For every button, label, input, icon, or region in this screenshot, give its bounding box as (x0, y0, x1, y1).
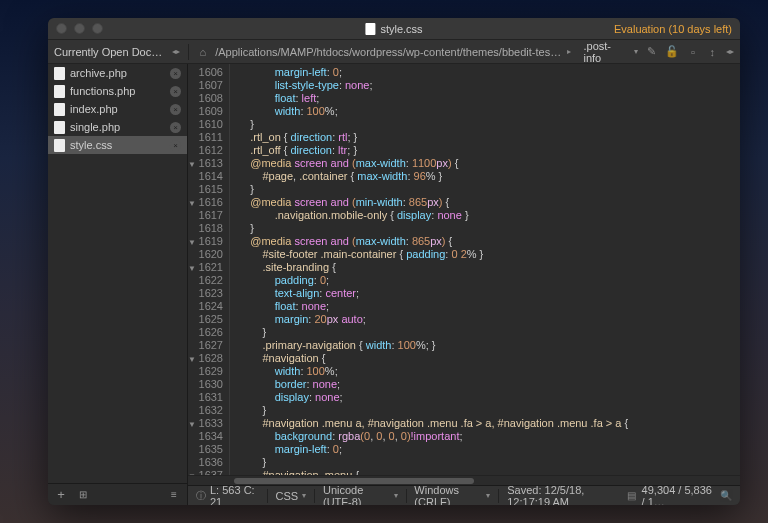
code-area[interactable]: 16061607160816091610161116121613▼1614161… (188, 64, 740, 475)
line-number[interactable]: 1621▼ (190, 261, 223, 274)
code-line[interactable]: #site-footer .main-container { padding: … (238, 248, 740, 261)
line-number[interactable]: 1632 (190, 404, 223, 417)
code-line[interactable]: } (238, 404, 740, 417)
code-line[interactable]: .navigation.mobile-only { display: none … (238, 209, 740, 222)
docs-dropdown-icon[interactable]: ◂▸ (172, 47, 180, 56)
line-number[interactable]: 1626 (190, 326, 223, 339)
line-number[interactable]: 1631 (190, 391, 223, 404)
code-line[interactable]: } (238, 118, 740, 131)
home-icon[interactable]: ⌂ (196, 45, 209, 59)
code-line[interactable]: border: none; (238, 378, 740, 391)
cursor-position[interactable]: L: 563 C: 21 (210, 484, 259, 506)
unlock-icon[interactable]: 🔓 (665, 45, 679, 59)
line-number[interactable]: 1616▼ (190, 196, 223, 209)
code-line[interactable]: text-align: center; (238, 287, 740, 300)
symbol-dropdown-icon[interactable]: ▾ (634, 47, 638, 56)
code-line[interactable]: float: left; (238, 92, 740, 105)
sidebar-item-archive-php[interactable]: archive.php× (48, 64, 187, 82)
code-line[interactable]: .site-branding { (238, 261, 740, 274)
line-number[interactable]: 1636 (190, 456, 223, 469)
line-number[interactable]: 1618 (190, 222, 223, 235)
line-number[interactable]: 1606 (190, 66, 223, 79)
line-number[interactable]: 1634 (190, 430, 223, 443)
close-file-icon[interactable]: × (170, 68, 181, 79)
line-number[interactable]: 1615 (190, 183, 223, 196)
code-line[interactable]: #page, .container { max-width: 96% } (238, 170, 740, 183)
line-number[interactable]: 1613▼ (190, 157, 223, 170)
code-line[interactable]: list-style-type: none; (238, 79, 740, 92)
status-info-icon[interactable]: ⓘ (196, 489, 206, 503)
encoding[interactable]: Unicode (UTF-8) (323, 484, 390, 506)
close-window-button[interactable] (56, 23, 67, 34)
sidebar-item-index-php[interactable]: index.php× (48, 100, 187, 118)
line-number[interactable]: 1627 (190, 339, 223, 352)
code-line[interactable]: .rtl_off { direction: ltr; } (238, 144, 740, 157)
line-number[interactable]: 1629 (190, 365, 223, 378)
code-line[interactable]: float: none; (238, 300, 740, 313)
code-line[interactable]: margin: 20px auto; (238, 313, 740, 326)
line-number[interactable]: 1623 (190, 287, 223, 300)
line-number[interactable]: 1622 (190, 274, 223, 287)
code-line[interactable]: padding: 0; (238, 274, 740, 287)
scrollbar-thumb[interactable] (234, 478, 474, 484)
close-file-icon[interactable]: × (170, 122, 181, 133)
code-line[interactable]: margin-left: 0; (238, 66, 740, 79)
line-number[interactable]: 1633▼ (190, 417, 223, 430)
line-number[interactable]: 1609 (190, 105, 223, 118)
symbol-nav[interactable]: .post-info (577, 40, 626, 64)
code-content[interactable]: margin-left: 0; list-style-type: none; f… (230, 64, 740, 475)
code-line[interactable]: @media screen and (max-width: 1100px) { (238, 157, 740, 170)
sidebar-item-functions-php[interactable]: functions.php× (48, 82, 187, 100)
line-number[interactable]: 1610 (190, 118, 223, 131)
line-number[interactable]: 1635 (190, 443, 223, 456)
line-number[interactable]: 1630 (190, 378, 223, 391)
magnify-icon[interactable]: 🔍 (720, 490, 732, 501)
titlebar[interactable]: style.css Evaluation (10 days left) (48, 18, 740, 40)
filter-icon[interactable]: ⊞ (76, 488, 90, 502)
code-line[interactable]: @media screen and (max-width: 865px) { (238, 235, 740, 248)
code-line[interactable]: display: none; (238, 391, 740, 404)
evaluation-notice[interactable]: Evaluation (10 days left) (614, 23, 732, 35)
code-line[interactable]: } (238, 222, 740, 235)
code-line[interactable]: } (238, 326, 740, 339)
close-file-icon[interactable]: × (170, 104, 181, 115)
document-icon[interactable]: ▫ (687, 45, 698, 59)
minimize-window-button[interactable] (74, 23, 85, 34)
code-line[interactable]: #navigation .menu a, #navigation .menu .… (238, 417, 740, 430)
counterpart-icon[interactable]: ↕ (707, 45, 718, 59)
close-file-icon[interactable]: × (170, 140, 181, 151)
line-endings[interactable]: Windows (CRLF) (414, 484, 482, 506)
code-line[interactable]: margin-left: 0; (238, 443, 740, 456)
code-line[interactable]: .rtl_on { direction: rtl; } (238, 131, 740, 144)
file-path[interactable]: /Applications/MAMP/htdocs/wordpress/wp-c… (215, 46, 561, 58)
code-line[interactable]: width: 100%; (238, 365, 740, 378)
language-mode[interactable]: CSS (276, 490, 299, 502)
line-number[interactable]: 1619▼ (190, 235, 223, 248)
horizontal-scrollbar[interactable] (188, 475, 740, 485)
code-line[interactable]: background: rgba(0, 0, 0, 0)!important; (238, 430, 740, 443)
line-number[interactable]: 1628▼ (190, 352, 223, 365)
code-line[interactable]: @media screen and (min-width: 865px) { (238, 196, 740, 209)
code-line[interactable]: width: 100%; (238, 105, 740, 118)
sidebar-item-style-css[interactable]: style.css× (48, 136, 187, 154)
zoom-window-button[interactable] (92, 23, 103, 34)
line-number[interactable]: 1612 (190, 144, 223, 157)
close-file-icon[interactable]: × (170, 86, 181, 97)
line-number[interactable]: 1611 (190, 131, 223, 144)
sidebar-item-single-php[interactable]: single.php× (48, 118, 187, 136)
code-line[interactable]: } (238, 183, 740, 196)
line-number[interactable]: 1617 (190, 209, 223, 222)
sidebar-action-icon[interactable]: ≡ (167, 488, 181, 502)
code-line[interactable]: } (238, 456, 740, 469)
line-number[interactable]: 1608 (190, 92, 223, 105)
code-line[interactable]: .primary-navigation { width: 100%; } (238, 339, 740, 352)
code-line[interactable]: #navigation { (238, 352, 740, 365)
wand-icon[interactable]: ✎ (646, 45, 657, 59)
document-stats-icon[interactable]: ▤ (627, 490, 636, 501)
add-button[interactable]: + (54, 488, 68, 502)
line-number[interactable]: 1625 (190, 313, 223, 326)
line-number[interactable]: 1624 (190, 300, 223, 313)
line-number[interactable]: 1620 (190, 248, 223, 261)
path-dropdown-icon[interactable]: ▸ (567, 47, 571, 56)
line-gutter[interactable]: 16061607160816091610161116121613▼1614161… (188, 64, 230, 475)
